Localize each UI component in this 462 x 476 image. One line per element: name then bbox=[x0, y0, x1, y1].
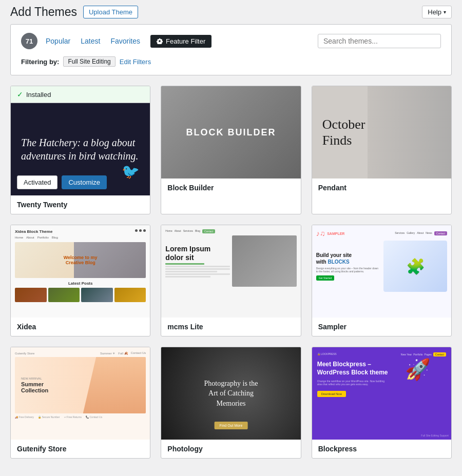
filter-tag: Full Site Editing bbox=[63, 56, 115, 67]
theme-actions: Activated Customize bbox=[17, 175, 107, 189]
theme-thumbnail-sampler: ♪♫ SAMPLER ServicesGalleryAboutNews Cont… bbox=[312, 225, 451, 318]
themes-filter-bar: 71 Popular Latest Favorites Feature Filt… bbox=[10, 24, 452, 75]
theme-thumbnail-xidea: Xidea Block Theme HomeAboutPortfolioBlog… bbox=[11, 225, 150, 318]
installed-label: Installed bbox=[26, 91, 51, 98]
theme-card-xidea[interactable]: Xidea Block Theme HomeAboutPortfolioBlog… bbox=[10, 225, 150, 336]
theme-name: Photology bbox=[161, 440, 300, 458]
nav-favorites[interactable]: Favorites bbox=[110, 37, 140, 45]
theme-name: Block Builder bbox=[161, 179, 300, 197]
theme-card-gutenify-store[interactable]: Gutenify Store Summer ☀Fall 🍂Contact Us … bbox=[10, 347, 150, 459]
themes-nav: 71 Popular Latest Favorites Feature Filt… bbox=[21, 33, 441, 49]
theme-name: Sampler bbox=[312, 318, 451, 336]
header-left: Add Themes Upload Theme bbox=[10, 5, 138, 19]
theme-thumbnail-blockpress: 🔒 LOCKPRESS New YearPortfolioPages Conta… bbox=[312, 347, 451, 440]
theme-thumbnail-mcms: HomeAboutServicesBlog Contact Lorem Ipsu… bbox=[161, 225, 300, 318]
theme-card-twenty-twenty-two[interactable]: ✓ Installed The Hatchery: a blog about a… bbox=[10, 86, 150, 214]
themes-grid: ✓ Installed The Hatchery: a blog about a… bbox=[10, 86, 452, 459]
theme-thumbnail-photology: Photography is theArt of CatchingMemorie… bbox=[161, 347, 300, 440]
page-header: Add Themes Upload Theme Help ▾ bbox=[0, 0, 462, 24]
filter-label: Filtering by: bbox=[21, 58, 59, 66]
theme-name: mcms Lite bbox=[161, 318, 300, 336]
theme-thumbnail-pendant: OctoberFinds bbox=[312, 86, 451, 179]
upload-theme-button[interactable]: Upload Theme bbox=[83, 6, 138, 18]
search-input[interactable] bbox=[318, 34, 441, 48]
theme-card-block-builder[interactable]: BLOCK BUILDER Block Builder bbox=[161, 86, 301, 214]
help-button[interactable]: Help ▾ bbox=[422, 6, 452, 18]
help-label: Help bbox=[428, 8, 441, 16]
theme-name: Gutenify Store bbox=[11, 440, 150, 458]
feature-filter-button[interactable]: Feature Filter bbox=[150, 35, 211, 48]
dots-menu bbox=[135, 229, 146, 232]
theme-card-photology[interactable]: Photography is theArt of CatchingMemorie… bbox=[161, 347, 301, 459]
check-icon: ✓ bbox=[17, 90, 23, 98]
nav-popular[interactable]: Popular bbox=[46, 37, 70, 45]
nav-latest[interactable]: Latest bbox=[81, 37, 100, 45]
theme-card-sampler[interactable]: ♪♫ SAMPLER ServicesGalleryAboutNews Cont… bbox=[312, 225, 452, 336]
filtering-row: Filtering by: Full Site Editing Edit Fil… bbox=[21, 56, 441, 67]
theme-thumbnail-gutenify: Gutenify Store Summer ☀Fall 🍂Contact Us … bbox=[11, 347, 150, 440]
chevron-down-icon: ▾ bbox=[444, 9, 446, 15]
feature-filter-label: Feature Filter bbox=[166, 37, 205, 45]
theme-thumbnail-block-builder: BLOCK BUILDER bbox=[161, 86, 300, 179]
theme-name: Pendant bbox=[312, 179, 451, 197]
page-title: Add Themes bbox=[10, 5, 77, 19]
bird-icon: 🐦 bbox=[122, 163, 140, 180]
theme-name: Twenty Twenty bbox=[11, 195, 150, 214]
theme-thumbnail-hatchery: The Hatchery: a blog about adventures in… bbox=[11, 103, 150, 195]
theme-name: Xidea bbox=[11, 318, 150, 336]
activated-button[interactable]: Activated bbox=[17, 175, 57, 189]
theme-card-blockpress[interactable]: 🔒 LOCKPRESS New YearPortfolioPages Conta… bbox=[312, 347, 452, 459]
installed-banner: ✓ Installed bbox=[11, 86, 150, 103]
customize-button[interactable]: Customize bbox=[62, 175, 106, 189]
theme-name: Blockpress bbox=[312, 440, 451, 458]
gear-icon bbox=[157, 38, 163, 44]
theme-card-mcms-lite[interactable]: HomeAboutServicesBlog Contact Lorem Ipsu… bbox=[161, 225, 301, 336]
theme-card-pendant[interactable]: OctoberFinds Pendant bbox=[312, 86, 452, 214]
edit-filters-link[interactable]: Edit Filters bbox=[120, 58, 151, 66]
theme-count-badge: 71 bbox=[21, 33, 37, 49]
